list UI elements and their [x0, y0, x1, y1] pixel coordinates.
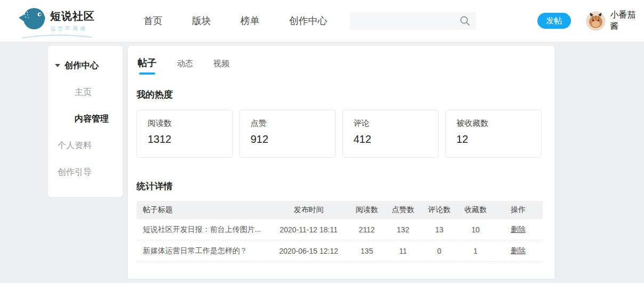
post-favorites: 1 [457, 247, 494, 255]
stat-cards: 阅读数 1312 点赞 912 评论 412 被收藏数 12 [136, 110, 542, 158]
brand-name: 短说社区 [50, 9, 95, 23]
col-header-reads: 阅读数 [349, 205, 385, 215]
col-header-favorites: 收藏数 [457, 205, 494, 215]
search-box [350, 12, 476, 30]
sidebar-item-content-management[interactable]: 内容管理 [48, 106, 123, 132]
stat-value: 1312 [148, 133, 232, 145]
col-header-action: 操作 [494, 205, 543, 215]
search-input[interactable] [350, 12, 459, 30]
table-header-row: 帖子标题 发布时间 阅读数 点赞数 评论数 收藏数 操作 [136, 201, 543, 219]
post-likes: 132 [385, 225, 421, 234]
table-row: 短说社区开发日报：前台上传图片... 2020-11-12 18:11 2112… [136, 219, 543, 240]
delete-link[interactable]: 删除 [511, 246, 526, 255]
col-header-title: 帖子标题 [136, 205, 269, 215]
stat-value: 412 [353, 133, 438, 145]
chevron-down-icon [55, 64, 60, 67]
delete-link[interactable]: 删除 [511, 225, 526, 233]
post-comments: 13 [421, 225, 457, 234]
brand-tagline: 运营不再难 [50, 25, 95, 33]
table-row: 新媒体运营日常工作是怎样的？ 2020-06-15 12:12 135 11 0… [136, 240, 543, 262]
post-title[interactable]: 短说社区开发日报：前台上传图片... [136, 225, 269, 235]
stat-value: 912 [251, 133, 335, 145]
stat-card-reads: 阅读数 1312 [136, 110, 233, 158]
sidebar-root-label: 创作中心 [65, 60, 99, 71]
stat-card-comments: 评论 412 [342, 110, 439, 158]
col-header-likes: 点赞数 [385, 205, 421, 215]
post-comments: 0 [421, 247, 457, 255]
sidebar-item-creator-center[interactable]: 创作中心 [48, 52, 123, 79]
detail-section-title: 统计详情 [136, 180, 542, 192]
col-header-time: 发布时间 [269, 205, 349, 215]
post-favorites: 10 [457, 225, 494, 234]
top-navbar: 短说社区 运营不再难 首页 版块 榜单 创作中心 发帖 [0, 0, 644, 42]
stat-value: 12 [456, 133, 541, 145]
user-area: 小番茄酱 [586, 10, 644, 32]
heat-section-title: 我的热度 [136, 88, 542, 101]
user-avatar[interactable] [586, 11, 606, 31]
post-title[interactable]: 新媒体运营日常工作是怎样的？ [136, 246, 269, 256]
sidebar: 创作中心 主页 内容管理 个人资料 创作引导 [48, 46, 123, 197]
stat-label: 被收藏数 [456, 118, 541, 128]
page-body: 创作中心 主页 内容管理 个人资料 创作引导 帖子 动态 视频 我的热度 阅读数… [0, 42, 644, 279]
content-tabs: 帖子 动态 视频 [136, 56, 542, 75]
brand-swoosh-decoration [22, 35, 92, 39]
stat-label: 阅读数 [148, 118, 232, 128]
post-reads: 2112 [349, 225, 385, 234]
search-icon[interactable] [459, 15, 471, 27]
main-content: 帖子 动态 视频 我的热度 阅读数 1312 点赞 912 评论 412 被收藏… [128, 46, 554, 279]
sidebar-item-creation-guide[interactable]: 创作引导 [48, 159, 123, 185]
nav-item-creator-center[interactable]: 创作中心 [289, 14, 327, 27]
stat-label: 评论 [353, 118, 438, 128]
stat-card-favorites: 被收藏数 12 [445, 110, 542, 158]
tab-posts[interactable]: 帖子 [138, 56, 157, 75]
create-post-button[interactable]: 发帖 [537, 13, 571, 29]
stat-label: 点赞 [251, 118, 335, 128]
sidebar-item-homepage[interactable]: 主页 [48, 79, 123, 106]
main-navigation: 首页 版块 榜单 创作中心 [143, 14, 327, 27]
post-likes: 11 [385, 247, 421, 255]
stat-card-likes: 点赞 912 [239, 110, 336, 158]
nav-item-home[interactable]: 首页 [143, 14, 163, 27]
post-time: 2020-06-15 12:12 [269, 247, 349, 255]
tab-activity[interactable]: 动态 [177, 59, 193, 74]
col-header-comments: 评论数 [421, 205, 457, 215]
nav-item-boards[interactable]: 版块 [192, 14, 211, 27]
brand-logo[interactable]: 短说社区 运营不再难 [18, 7, 114, 35]
post-time: 2020-11-12 18:11 [269, 225, 349, 234]
nav-item-rankings[interactable]: 榜单 [240, 14, 260, 27]
username-label[interactable]: 小番茄酱 [610, 10, 644, 32]
post-reads: 135 [349, 247, 385, 255]
tab-videos[interactable]: 视频 [213, 59, 229, 74]
sidebar-item-profile[interactable]: 个人资料 [48, 132, 123, 159]
pufferfish-logo-icon [18, 7, 46, 35]
stats-table: 帖子标题 发布时间 阅读数 点赞数 评论数 收藏数 操作 短说社区开发日报：前台… [136, 201, 543, 262]
